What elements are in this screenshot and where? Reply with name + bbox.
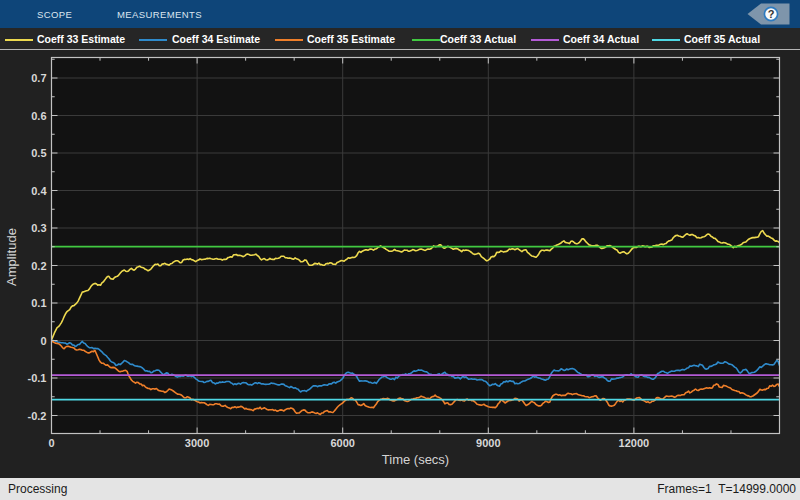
svg-text:0: 0 [48, 437, 54, 449]
svg-text:0.1: 0.1 [31, 297, 46, 309]
svg-text:6000: 6000 [330, 437, 354, 449]
svg-text:Amplitude: Amplitude [4, 228, 19, 286]
svg-text:9000: 9000 [476, 437, 500, 449]
svg-text:-0.2: -0.2 [28, 410, 47, 422]
svg-text:-0.1: -0.1 [28, 372, 47, 384]
svg-text:0.7: 0.7 [31, 72, 46, 84]
svg-text:Time (secs): Time (secs) [382, 452, 449, 467]
svg-text:0: 0 [40, 335, 46, 347]
svg-text:?: ? [768, 8, 775, 20]
svg-text:3000: 3000 [185, 437, 209, 449]
svg-text:0.2: 0.2 [31, 260, 46, 272]
svg-text:0.4: 0.4 [31, 185, 47, 197]
svg-text:0.5: 0.5 [31, 147, 46, 159]
svg-text:0.6: 0.6 [31, 110, 46, 122]
svg-text:12000: 12000 [619, 437, 650, 449]
svg-text:0.3: 0.3 [31, 222, 46, 234]
